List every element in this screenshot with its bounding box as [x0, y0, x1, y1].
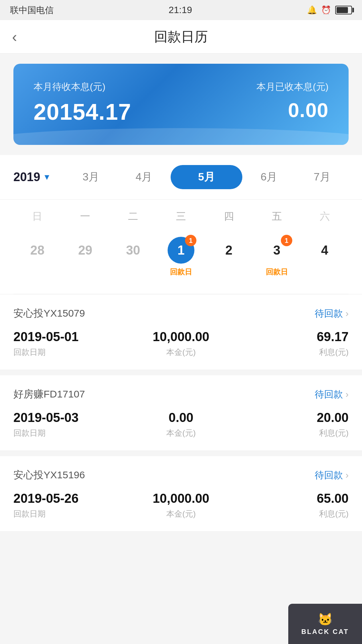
record-status-text-3: 待回款 [315, 469, 343, 482]
header: ‹ 回款日历 [0, 20, 362, 54]
status-bar: 联中国电信 21:19 🔔 ⏰ [0, 0, 362, 20]
weekday-sat: 六 [301, 210, 349, 223]
day-num-30: 30 [126, 243, 140, 258]
month-apr[interactable]: 4月 [117, 166, 170, 188]
carrier-text: 联中国电信 [10, 4, 54, 16]
weekday-tue: 二 [109, 210, 157, 223]
cal-day-29[interactable]: 29 [61, 233, 109, 280]
record-item-2: 好房赚FD17107 待回款 › 2019-05-03 回款日期 0.00 本金… [0, 375, 362, 451]
record-date-label-2: 回款日期 [13, 428, 122, 438]
record-interest-value-1: 69.17 [240, 330, 349, 344]
status-icons: 🔔 ⏰ [307, 5, 352, 15]
record-interest-label-2: 利息(元) [240, 428, 349, 438]
received-section: 本月已收本息(元) 0.00 [256, 80, 328, 122]
record-status-text-2: 待回款 [315, 388, 343, 401]
calendar-days: 28 29 30 1 1 回款日 2 [0, 227, 362, 294]
back-button[interactable]: ‹ [12, 29, 17, 45]
record-date-value-3: 2019-05-26 [13, 491, 122, 506]
record-name-1: 安心投YX15079 [13, 307, 85, 320]
record-interest-label-3: 利息(元) [240, 508, 349, 519]
record-principal-label-3: 本金(元) [127, 508, 235, 519]
record-interest-field-3: 65.00 利息(元) [240, 491, 349, 519]
watermark-text: BLACK CAT [301, 628, 349, 636]
day-num-4: 4 [321, 243, 328, 258]
record-date-field-3: 2019-05-26 回款日期 [13, 491, 122, 519]
record-date-label-3: 回款日期 [13, 508, 122, 519]
record-data-1: 2019-05-01 回款日期 10,000.00 本金(元) 69.17 利息… [13, 330, 349, 358]
day-badge-3: 1 [281, 235, 292, 246]
record-name-2: 好房赚FD17107 [13, 387, 85, 401]
received-value: 0.00 [256, 99, 328, 122]
record-header-3: 安心投YX15196 待回款 › [13, 468, 349, 482]
weekday-thu: 四 [205, 210, 253, 223]
calendar-section: 日 一 二 三 四 五 六 28 29 30 1 [0, 200, 362, 294]
month-mar[interactable]: 3月 [64, 166, 117, 188]
cal-day-3[interactable]: 3 1 回款日 [253, 233, 301, 280]
notification-icon: 🔔 [307, 5, 317, 15]
record-arrow-2: › [346, 389, 349, 400]
record-item-1: 安心投YX15079 待回款 › 2019-05-01 回款日期 10,000.… [0, 294, 362, 370]
year-selector[interactable]: 2019 ▼ [13, 170, 51, 184]
day-num-28: 28 [30, 243, 44, 258]
record-principal-value-2: 0.00 [127, 411, 235, 425]
watermark: 🐱 BLACK CAT [288, 604, 362, 644]
record-date-value-2: 2019-05-03 [13, 411, 122, 425]
record-principal-field-1: 10,000.00 本金(元) [127, 330, 235, 358]
record-data-2: 2019-05-03 回款日期 0.00 本金(元) 20.00 利息(元) [13, 411, 349, 438]
summary-card: 本月待收本息(元) 20154.17 本月已收本息(元) 0.00 [13, 64, 349, 145]
time-text: 21:19 [169, 5, 192, 15]
day-badge-1: 1 [185, 235, 196, 246]
battery-icon [335, 6, 352, 14]
month-may[interactable]: 5月 [171, 165, 242, 189]
day-num-3: 3 [273, 243, 280, 258]
record-header-2: 好房赚FD17107 待回款 › [13, 387, 349, 401]
month-nav: 2019 ▼ 3月 4月 5月 6月 7月 [0, 155, 362, 200]
record-arrow-1: › [346, 308, 349, 319]
record-principal-field-2: 0.00 本金(元) [127, 411, 235, 438]
record-interest-value-2: 20.00 [240, 411, 349, 425]
year-text: 2019 [13, 170, 40, 184]
record-principal-label-2: 本金(元) [127, 428, 235, 438]
weekday-wed: 三 [157, 210, 205, 223]
record-interest-field-2: 20.00 利息(元) [240, 411, 349, 438]
record-status-text-1: 待回款 [315, 307, 343, 320]
year-dropdown-icon: ▼ [43, 172, 51, 182]
cal-day-30[interactable]: 30 [109, 233, 157, 280]
record-date-field-1: 2019-05-01 回款日期 [13, 330, 122, 358]
day-num-29: 29 [78, 243, 92, 258]
record-interest-value-3: 65.00 [240, 491, 349, 506]
cal-day-2[interactable]: 2 [205, 233, 253, 280]
month-jul[interactable]: 7月 [296, 166, 349, 188]
weekday-fri: 五 [253, 210, 301, 223]
record-status-3[interactable]: 待回款 › [315, 469, 349, 482]
record-data-3: 2019-05-26 回款日期 10,000.00 本金(元) 65.00 利息… [13, 491, 349, 519]
month-jun[interactable]: 6月 [242, 166, 295, 188]
record-header-1: 安心投YX15079 待回款 › [13, 307, 349, 320]
record-date-field-2: 2019-05-03 回款日期 [13, 411, 122, 438]
repay-label-3: 回款日 [266, 267, 288, 277]
record-arrow-3: › [346, 470, 349, 481]
record-date-label-1: 回款日期 [13, 347, 122, 358]
pending-value: 20154.17 [34, 99, 131, 125]
day-num-2: 2 [225, 243, 232, 258]
record-status-2[interactable]: 待回款 › [315, 388, 349, 401]
record-principal-value-3: 10,000.00 [127, 491, 235, 506]
record-status-1[interactable]: 待回款 › [315, 307, 349, 320]
record-principal-value-1: 10,000.00 [127, 330, 235, 344]
weekday-sun: 日 [13, 210, 61, 223]
record-principal-field-3: 10,000.00 本金(元) [127, 491, 235, 519]
alarm-icon: ⏰ [321, 5, 331, 15]
received-label: 本月已收本息(元) [256, 80, 328, 93]
record-name-3: 安心投YX15196 [13, 468, 85, 482]
cal-day-4[interactable]: 4 [301, 233, 349, 280]
repay-label-1: 回款日 [170, 267, 192, 277]
cal-day-1[interactable]: 1 1 回款日 [157, 233, 205, 280]
record-item-3: 安心投YX15196 待回款 › 2019-05-26 回款日期 10,000.… [0, 456, 362, 532]
cal-day-28[interactable]: 28 [13, 233, 61, 280]
cat-icon: 🐱 [318, 612, 333, 627]
weekday-header: 日 一 二 三 四 五 六 [0, 200, 362, 227]
record-date-value-1: 2019-05-01 [13, 330, 122, 344]
record-principal-label-1: 本金(元) [127, 347, 235, 358]
weekday-mon: 一 [61, 210, 109, 223]
page-title: 回款日历 [154, 28, 208, 46]
